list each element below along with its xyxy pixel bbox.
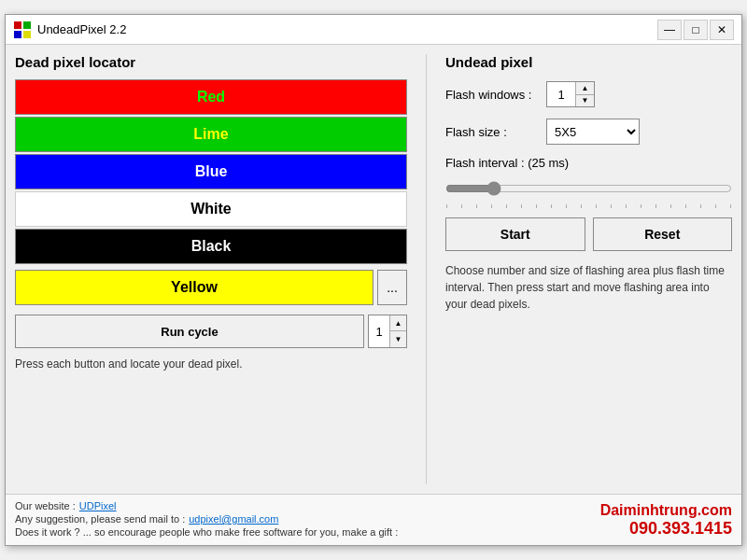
gift-row: Does it work ? ... so encourage people w…	[15, 526, 398, 538]
watermark-site: Daiminhtrung.com	[600, 501, 732, 519]
website-row: Our website : UDPixel	[15, 500, 398, 511]
minimize-button[interactable]: —	[657, 20, 682, 40]
tick-7	[536, 204, 537, 208]
tick-18	[700, 204, 701, 208]
svg-rect-0	[14, 21, 21, 29]
tick-5	[506, 204, 507, 208]
watermark-phone: 090.393.1415	[600, 519, 732, 539]
start-button[interactable]: Start	[445, 217, 585, 251]
title-bar-controls: — □ ✕	[657, 20, 734, 40]
website-link[interactable]: UDPixel	[79, 500, 117, 511]
action-row: Start Reset	[445, 217, 732, 251]
svg-rect-1	[23, 21, 31, 29]
flash-windows-up-arrow[interactable]: ▲	[576, 82, 594, 95]
tick-16	[670, 204, 671, 208]
tick-2	[461, 204, 462, 208]
right-panel: Undead pixel Flash windows : ▲ ▼ Flash s…	[445, 54, 732, 484]
main-window: UndeadPixel 2.2 — □ ✕ Dead pixel locator…	[5, 14, 742, 546]
flash-windows-down-arrow[interactable]: ▼	[576, 95, 594, 107]
reset-button[interactable]: Reset	[593, 217, 733, 251]
footer: Our website : UDPixel Any suggestion, pl…	[6, 494, 741, 545]
run-cycle-arrows: ▲ ▼	[389, 315, 406, 347]
suggestion-label: Any suggestion, please send mail to :	[15, 513, 185, 525]
flash-windows-spinner: ▲ ▼	[546, 81, 595, 107]
press-instruction: Press each button and locate your dead p…	[15, 357, 407, 371]
tick-4	[491, 204, 492, 208]
website-label: Our website :	[15, 500, 76, 511]
flash-size-select[interactable]: 5X5 10X10 20X20 50X50	[546, 119, 640, 145]
main-content: Dead pixel locator Red Lime Blue White B…	[6, 45, 741, 494]
red-button[interactable]: Red	[15, 79, 407, 115]
yellow-button[interactable]: Yellow	[15, 270, 374, 305]
flash-size-row: Flash size : 5X5 10X10 20X20 50X50	[445, 119, 732, 145]
left-panel: Dead pixel locator Red Lime Blue White B…	[15, 54, 407, 484]
run-cycle-down-arrow[interactable]: ▼	[389, 331, 406, 347]
tick-20	[730, 204, 731, 208]
tick-8	[551, 204, 552, 208]
slider-container	[445, 174, 732, 203]
black-button[interactable]: Black	[15, 229, 407, 264]
close-button[interactable]: ✕	[710, 20, 734, 40]
svg-rect-2	[14, 31, 21, 38]
yellow-row: Yellow ...	[15, 270, 407, 305]
panel-separator	[426, 54, 427, 484]
flash-interval-slider[interactable]	[445, 181, 732, 196]
maximize-button[interactable]: □	[684, 20, 708, 40]
tick-17	[685, 204, 686, 208]
flash-windows-input[interactable]	[547, 82, 575, 106]
lime-button[interactable]: Lime	[15, 117, 407, 152]
tick-11	[596, 204, 597, 208]
blue-button[interactable]: Blue	[15, 154, 407, 189]
undead-pixel-title: Undead pixel	[445, 54, 732, 70]
flash-windows-row: Flash windows : ▲ ▼	[445, 81, 732, 107]
flash-windows-arrows: ▲ ▼	[575, 82, 594, 106]
suggestion-row: Any suggestion, please send mail to : ud…	[15, 513, 398, 525]
app-icon	[13, 21, 32, 39]
watermark: Daiminhtrung.com 090.393.1415	[600, 501, 732, 539]
run-cycle-up-arrow[interactable]: ▲	[389, 315, 406, 331]
window-title: UndeadPixel 2.2	[37, 22, 657, 36]
white-button[interactable]: White	[15, 191, 407, 227]
tick-19	[715, 204, 716, 208]
run-cycle-row: Run cycle ▲ ▼	[15, 315, 407, 348]
flash-windows-label: Flash windows :	[445, 88, 539, 102]
tick-10	[581, 204, 582, 208]
tick-1	[446, 204, 447, 208]
tick-15	[655, 204, 656, 208]
slider-ticks	[445, 204, 732, 208]
ellipsis-button[interactable]: ...	[377, 270, 407, 305]
tick-6	[521, 204, 522, 208]
run-cycle-spinner: ▲ ▼	[368, 315, 407, 348]
email-link[interactable]: udpixel@gmail.com	[189, 513, 278, 525]
flash-interval-section: Flash interval : (25 ms)	[445, 156, 732, 208]
tick-9	[566, 204, 567, 208]
svg-rect-3	[23, 31, 31, 38]
flash-size-label: Flash size :	[445, 125, 539, 139]
tick-12	[611, 204, 612, 208]
flash-interval-label: Flash interval : (25 ms)	[445, 156, 732, 170]
dead-pixel-locator-title: Dead pixel locator	[15, 54, 407, 70]
info-text: Choose number and size of flashing area …	[445, 262, 732, 313]
title-bar: UndeadPixel 2.2 — □ ✕	[6, 15, 741, 45]
tick-3	[476, 204, 477, 208]
run-cycle-input[interactable]	[369, 315, 389, 347]
footer-links: Our website : UDPixel Any suggestion, pl…	[15, 500, 398, 539]
color-buttons: Red Lime Blue White Black	[15, 79, 407, 266]
footer-bottom: Our website : UDPixel Any suggestion, pl…	[15, 500, 732, 539]
tick-13	[626, 204, 627, 208]
tick-14	[641, 204, 641, 208]
run-cycle-button[interactable]: Run cycle	[15, 315, 364, 348]
gift-text: Does it work ? ... so encourage people w…	[15, 526, 398, 538]
